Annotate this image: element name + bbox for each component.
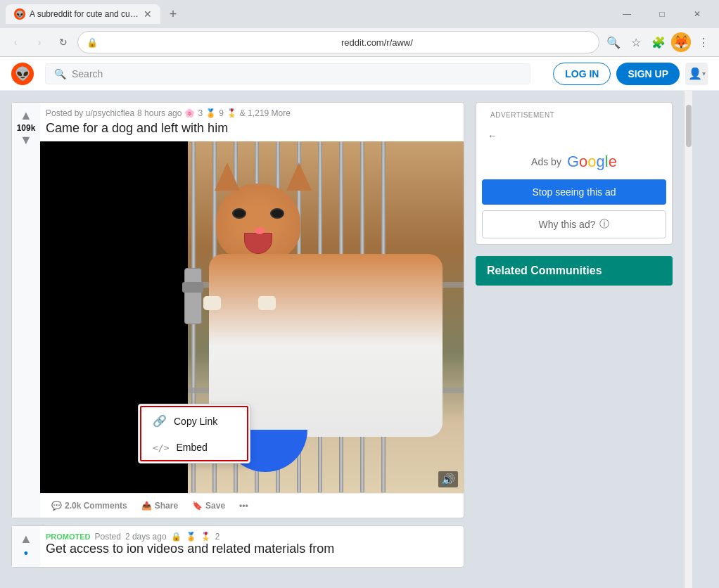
post-actions: 💬 2.0k Comments 📤 Share 🔖 Save •••: [40, 493, 464, 518]
dropdown-border: 🔗 Copy Link </> Embed: [140, 406, 248, 461]
promoted-post-card: ▲ • PROMOTED Posted 2 days ago 🔒 🏅 🎖️ 2: [11, 525, 464, 568]
lock-icon: 🔒: [171, 532, 182, 542]
comment-icon: 💬: [51, 501, 62, 511]
tab-title: A subreddit for cute and cuddly: [30, 9, 139, 19]
more-button[interactable]: •••: [234, 497, 254, 515]
back-button[interactable]: ‹: [6, 32, 25, 52]
post-time: 8 hours ago: [137, 108, 182, 118]
browser-tab[interactable]: 👽 A subreddit for cute and cuddly ✕: [6, 4, 160, 24]
posted-by-text: Posted by u/psychicflea: [46, 108, 134, 118]
post-header: Posted by u/psychicflea 8 hours ago 🌸 3 …: [40, 103, 464, 121]
comments-button[interactable]: 💬 2.0k Comments: [46, 497, 133, 515]
ads-by-text: Ads by: [531, 156, 561, 167]
browser-titlebar: 👽 A subreddit for cute and cuddly ✕ + — …: [0, 0, 719, 28]
search-icon[interactable]: 🔍: [604, 32, 623, 52]
copy-link-label: Copy Link: [174, 416, 217, 427]
post-title: Came for a dog and left with him: [40, 121, 464, 141]
link-icon: 🔗: [153, 414, 167, 428]
save-button[interactable]: 🔖 Save: [186, 497, 231, 515]
embed-label: Embed: [176, 442, 207, 453]
promoted-post-wrapper: ▲ • PROMOTED Posted 2 days ago 🔒 🏅 🎖️ 2: [12, 526, 464, 567]
ad-label: ADVERTISEMENT: [482, 106, 563, 122]
ad-back-button[interactable]: ←: [482, 127, 503, 144]
toolbar-icons: 🔍 ☆ 🧩 🦊 ⋮: [604, 32, 713, 52]
bullet-icon: •: [24, 547, 28, 561]
refresh-button[interactable]: ↻: [53, 32, 73, 52]
promoted-time: 2 days ago: [125, 532, 167, 542]
award-icon-3: 🎖️: [227, 108, 237, 118]
vote-count: 109k: [17, 123, 36, 133]
profile-avatar-icon[interactable]: 🦊: [671, 32, 691, 52]
reddit-header: 👽 🔍 Search LOG IN SIGN UP 👤 ▾: [0, 57, 719, 91]
new-tab-button[interactable]: +: [163, 4, 183, 24]
promoted-posted: Posted: [95, 532, 121, 542]
browser-toolbar: ‹ › ↻ 🔒 reddit.com/r/aww/ 🔍 ☆ 🧩 🦊 ⋮: [0, 28, 719, 56]
tab-close-button[interactable]: ✕: [144, 8, 152, 20]
post-body: Posted by u/psychicflea 8 hours ago 🌸 3 …: [40, 103, 464, 518]
header-actions: LOG IN SIGN UP 👤 ▾: [553, 63, 708, 85]
promoted-tag: PROMOTED: [46, 532, 91, 541]
related-communities-title: Related Communities: [487, 264, 602, 276]
search-icon: 🔍: [54, 68, 66, 79]
info-icon: ⓘ: [599, 218, 609, 231]
close-button[interactable]: ✕: [681, 4, 713, 24]
main-content: ▲ 109k ▼ Posted by u/psychicflea 8 hours…: [0, 91, 464, 588]
menu-button[interactable]: ⋮: [694, 32, 713, 52]
related-communities-box: Related Communities: [476, 256, 673, 286]
why-this-ad-button[interactable]: Why this ad? ⓘ: [482, 210, 666, 238]
vote-column: ▲ 109k ▼: [12, 103, 40, 518]
save-icon: 🔖: [192, 501, 203, 511]
browser-chrome: 👽 A subreddit for cute and cuddly ✕ + — …: [0, 0, 719, 57]
reddit-logo[interactable]: 👽: [11, 63, 34, 85]
copy-link-item[interactable]: 🔗 Copy Link: [141, 407, 247, 435]
user-avatar-icon: 👤: [688, 67, 702, 80]
stop-seeing-ad-button[interactable]: Stop seeing this ad: [482, 179, 666, 205]
url-text: reddit.com/r/aww/: [341, 37, 590, 48]
award-icon-2: 🏅: [205, 108, 216, 118]
promoted-meta: PROMOTED Posted 2 days ago 🔒 🏅 🎖️ 2: [46, 532, 458, 542]
ads-by-google: Ads by Google: [476, 147, 672, 177]
more-awards: & 1,219 More: [240, 108, 291, 118]
scrollbar-thumb[interactable]: [686, 105, 692, 147]
extensions-icon[interactable]: 🧩: [649, 32, 668, 52]
award-count-2: 9: [219, 108, 224, 118]
forward-button[interactable]: ›: [30, 32, 49, 52]
embed-item[interactable]: </> Embed: [141, 435, 247, 460]
promoted-title: Get access to ion videos and related mat…: [46, 542, 458, 556]
user-menu-button[interactable]: 👤 ▾: [685, 63, 708, 85]
share-icon: 📤: [141, 501, 152, 511]
promoted-post-body: PROMOTED Posted 2 days ago 🔒 🏅 🎖️ 2 Get …: [40, 526, 464, 567]
google-logo-text: Google: [567, 153, 617, 171]
tab-favicon: 👽: [14, 8, 25, 20]
sidebar: ADVERTISEMENT ← Ads by Google Stop seein…: [464, 91, 684, 588]
promoted-vote-column: ▲ •: [12, 526, 40, 567]
ad-box: ADVERTISEMENT ← Ads by Google Stop seein…: [476, 102, 673, 245]
address-bar[interactable]: 🔒 reddit.com/r/aww/: [77, 31, 599, 53]
promoted-upvote-button[interactable]: ▲: [20, 532, 32, 547]
minimize-button[interactable]: —: [611, 4, 643, 24]
login-button[interactable]: LOG IN: [553, 63, 611, 85]
search-bar[interactable]: 🔍 Search: [45, 63, 530, 84]
more-icon: •••: [239, 501, 248, 511]
scrollbar[interactable]: [684, 91, 692, 588]
share-button[interactable]: 📤 Share: [136, 497, 184, 515]
upvote-button[interactable]: ▲: [20, 108, 32, 123]
window-controls: — □ ✕: [611, 4, 713, 24]
page-content: ▲ 109k ▼ Posted by u/psychicflea 8 hours…: [0, 91, 719, 588]
downvote-button[interactable]: ▼: [20, 133, 32, 148]
award-count-1: 3: [198, 108, 203, 118]
embed-icon: </>: [153, 442, 169, 453]
award-icon-1: 🌸: [184, 108, 195, 118]
bookmark-star-icon[interactable]: ☆: [626, 32, 646, 52]
post-image: 🔊: [40, 141, 464, 493]
volume-icon[interactable]: 🔊: [438, 471, 458, 487]
search-placeholder: Search: [72, 68, 103, 79]
maximize-button[interactable]: □: [646, 4, 678, 24]
comments-count: 2.0k Comments: [65, 501, 127, 511]
share-dropdown: 🔗 Copy Link </> Embed: [138, 404, 250, 464]
signup-button[interactable]: SIGN UP: [616, 63, 680, 85]
